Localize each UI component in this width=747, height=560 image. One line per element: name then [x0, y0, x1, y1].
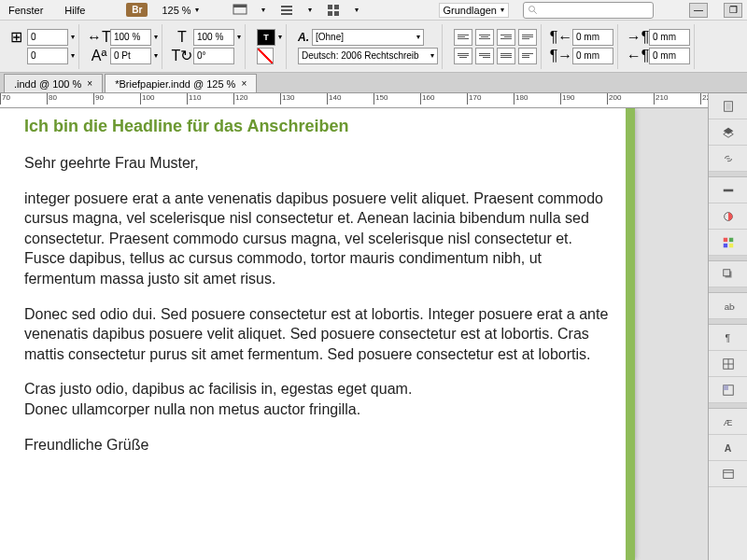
search-icon: [528, 5, 539, 16]
language-select[interactable]: Deutsch: 2006 Rechtschreib▾: [298, 48, 438, 64]
kerning-icon: Aª: [91, 48, 107, 64]
workspace: Ich bin die Headline für das Anschreiben…: [0, 108, 708, 560]
horizontal-ruler[interactable]: 7080901001101201301401501601701801902002…: [0, 93, 747, 108]
view-options-icon[interactable]: [279, 3, 294, 18]
align-justify-right-btn[interactable]: [475, 48, 494, 64]
panel-type-icon[interactable]: A: [709, 435, 747, 461]
rotation-field[interactable]: 0°: [193, 48, 234, 64]
panel-color-icon[interactable]: [709, 203, 747, 230]
paragraph-1: integer posuere erat a ante venenatis da…: [24, 189, 611, 289]
panel-paragraph-icon[interactable]: ¶: [709, 325, 747, 351]
svg-rect-4: [281, 13, 292, 15]
panel-swatches-icon[interactable]: [709, 230, 747, 256]
svg-text:A: A: [724, 441, 731, 453]
svg-rect-30: [723, 469, 733, 478]
scale-y-icon: T: [174, 29, 190, 46]
panel-dock: abc¶ÆA: [708, 93, 747, 560]
svg-rect-27: [723, 385, 727, 389]
margin4-field[interactable]: 0 mm: [649, 48, 690, 64]
margin3-field[interactable]: 0 mm: [649, 29, 690, 46]
paragraph-3: Cras justo odio, dapibus ac facilisis in…: [24, 379, 611, 419]
text-frame[interactable]: Ich bin die Headline für das Anschreiben…: [21, 113, 614, 473]
svg-text:abc: abc: [724, 301, 734, 311]
svg-text:¶: ¶: [725, 331, 730, 343]
panel-cell-icon[interactable]: [709, 377, 747, 403]
scale-x-field[interactable]: 100 %: [110, 29, 151, 46]
svg-rect-15: [723, 237, 726, 241]
panel-links-icon[interactable]: [709, 146, 747, 172]
svg-rect-2: [281, 6, 292, 7]
svg-rect-17: [723, 243, 726, 246]
bridge-icon[interactable]: Br: [126, 3, 148, 17]
menu-hilfe[interactable]: Hilfe: [61, 3, 89, 18]
align-center-btn[interactable]: [475, 29, 494, 46]
tab-0[interactable]: .indd @ 100 %×: [4, 74, 103, 92]
char-style-icon: A.: [298, 31, 309, 44]
align-justify-center-btn[interactable]: [454, 48, 472, 64]
restore-button[interactable]: ❐: [724, 3, 742, 18]
closing: Freundliche Grüße: [24, 435, 611, 455]
close-icon[interactable]: ×: [241, 78, 247, 89]
screen-mode-icon[interactable]: [233, 3, 247, 18]
rotation-icon: T↻: [174, 48, 190, 64]
align-away-btn[interactable]: [518, 48, 537, 64]
salutation: Sehr geehrte Frau Muster,: [24, 153, 611, 174]
document-tabs: .indd @ 100 %× *Briefpapier.indd @ 125 %…: [0, 73, 747, 93]
minimize-button[interactable]: —: [689, 3, 708, 18]
page[interactable]: Ich bin die Headline für das Anschreiben…: [0, 108, 635, 560]
align-justify-left-btn[interactable]: [518, 29, 537, 46]
align-left-btn[interactable]: [454, 29, 472, 46]
panel-pages-icon[interactable]: [709, 93, 747, 119]
menu-fenster[interactable]: Fenster: [5, 3, 47, 18]
body-text[interactable]: Sehr geehrte Frau Muster, integer posuer…: [24, 153, 611, 455]
panel-character-icon[interactable]: abc: [709, 293, 747, 319]
svg-rect-1: [233, 5, 247, 7]
margin1-field[interactable]: 0 mm: [572, 29, 613, 46]
svg-rect-6: [334, 5, 339, 9]
indent-left-icon: ¶←: [553, 29, 570, 46]
indent-right-icon: →¶: [629, 29, 646, 46]
align-right-btn[interactable]: [497, 29, 515, 46]
svg-rect-18: [728, 243, 732, 246]
search-input[interactable]: [523, 2, 654, 19]
arrange-icon[interactable]: [326, 3, 341, 18]
margin2-field[interactable]: 0 mm: [572, 48, 613, 64]
indent-first-icon: ¶→: [553, 48, 570, 64]
align-justify-all-btn[interactable]: [497, 48, 515, 64]
char-style-select[interactable]: [Ohne]▾: [312, 29, 424, 46]
page-edge: [626, 108, 635, 560]
ref-point-icon[interactable]: ⊞: [7, 29, 24, 46]
workspace-switcher[interactable]: Grundlagen▾: [439, 3, 510, 18]
svg-rect-20: [723, 269, 729, 275]
swatch-none-icon[interactable]: [257, 48, 274, 64]
svg-point-9: [529, 6, 535, 11]
panel-stroke-icon[interactable]: [709, 177, 747, 203]
x-field[interactable]: 0: [27, 29, 68, 46]
svg-rect-16: [728, 237, 732, 241]
indent-last-icon: ←¶: [629, 48, 646, 64]
y-field[interactable]: 0: [27, 48, 68, 64]
scale2-field[interactable]: 100 %: [193, 29, 234, 46]
close-icon[interactable]: ×: [87, 78, 92, 89]
svg-rect-3: [281, 9, 292, 11]
panel-table-icon[interactable]: [709, 351, 747, 377]
scale-x-icon: ↔T: [91, 29, 107, 46]
panel-layers-icon[interactable]: [709, 119, 747, 146]
tab-1[interactable]: *Briefpapier.indd @ 125 %×: [105, 74, 257, 92]
headline[interactable]: Ich bin die Headline für das Anschreiben: [24, 117, 611, 136]
svg-line-10: [534, 10, 537, 13]
control-toolbar: ⊞0▾ 0▾ ↔T100 %▾ Aª0 Pt▾ T100 %▾ T↻0° T▾ …: [0, 21, 747, 73]
zoom-level[interactable]: 125 %▾: [162, 5, 198, 16]
svg-rect-8: [334, 11, 339, 16]
panel-effects-icon[interactable]: [709, 261, 747, 287]
svg-rect-5: [328, 5, 332, 9]
svg-text:Æ: Æ: [723, 416, 732, 427]
fill-text-btn[interactable]: T: [257, 29, 275, 46]
panel-table-styles-icon[interactable]: [709, 461, 747, 487]
svg-rect-7: [328, 11, 332, 16]
panel-glyphs-icon[interactable]: Æ: [709, 409, 747, 435]
kerning-field[interactable]: 0 Pt: [110, 48, 151, 64]
svg-rect-12: [726, 103, 730, 109]
menubar: Fenster Hilfe Br 125 %▾ ▾ ▾ ▾ Grundlagen…: [0, 0, 747, 21]
paragraph-2: Donec sed odio dui. Sed posuere consecte…: [24, 304, 611, 365]
